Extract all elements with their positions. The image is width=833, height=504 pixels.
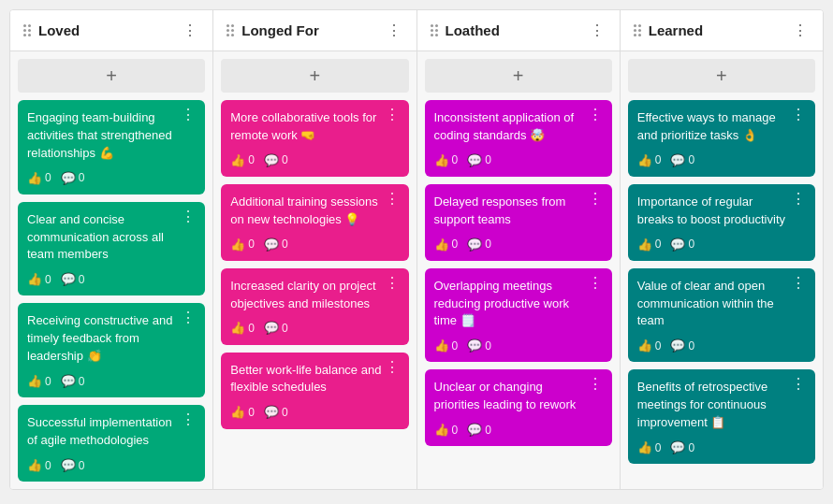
- card-learned-2: ⋮Importance of regular breaks to boost p…: [628, 184, 815, 261]
- card-menu-button-loved-2[interactable]: ⋮: [177, 208, 199, 226]
- card-menu-button-longed-4[interactable]: ⋮: [381, 358, 403, 377]
- add-card-button-longed[interactable]: +: [221, 59, 408, 93]
- card-learned-3: ⋮Value of clear and open communication w…: [628, 268, 815, 363]
- card-footer-loved-4: 👍0💬0: [27, 457, 196, 474]
- add-card-button-loved[interactable]: +: [18, 59, 205, 93]
- card-like-loathed-4[interactable]: 👍0: [434, 422, 459, 439]
- card-like-longed-1[interactable]: 👍0: [230, 152, 255, 169]
- card-like-learned-3[interactable]: 👍0: [637, 338, 662, 354]
- card-comment-longed-4[interactable]: 💬0: [264, 404, 288, 421]
- card-footer-loathed-1: 👍0💬0: [434, 152, 603, 169]
- like-count-loathed-3: 0: [452, 338, 459, 354]
- comment-icon: 💬: [61, 373, 76, 390]
- card-text-learned-3: Value of clear and open communication wi…: [637, 278, 806, 331]
- card-comment-learned-3[interactable]: 💬0: [670, 338, 694, 354]
- like-icon: 👍: [637, 338, 652, 354]
- card-menu-button-learned-3[interactable]: ⋮: [787, 274, 810, 293]
- add-card-button-learned[interactable]: +: [628, 59, 815, 93]
- card-menu-button-loathed-1[interactable]: ⋮: [584, 106, 606, 124]
- card-like-loathed-2[interactable]: 👍0: [434, 237, 459, 253]
- card-comment-longed-1[interactable]: 💬0: [264, 152, 288, 169]
- like-icon: 👍: [230, 320, 245, 337]
- card-comment-loathed-1[interactable]: 💬0: [467, 152, 491, 169]
- card-comment-learned-4[interactable]: 💬0: [670, 439, 694, 456]
- card-longed-3: ⋮Increased clarity on project objectives…: [221, 268, 408, 345]
- column-body-longed: +⋮More collaborative tools for remote wo…: [213, 51, 416, 489]
- like-icon: 👍: [27, 170, 42, 187]
- card-comment-longed-2[interactable]: 💬0: [264, 237, 288, 253]
- column-menu-button-learned[interactable]: ⋮: [789, 22, 811, 40]
- card-like-learned-4[interactable]: 👍0: [637, 439, 662, 456]
- card-menu-button-longed-1[interactable]: ⋮: [381, 106, 403, 124]
- card-longed-4: ⋮Better work-life balance and flexible s…: [221, 353, 408, 429]
- comment-count-longed-2: 0: [282, 237, 288, 252]
- card-menu-button-longed-3[interactable]: ⋮: [381, 274, 403, 293]
- card-comment-loved-3[interactable]: 💬0: [61, 373, 85, 390]
- card-like-learned-2[interactable]: 👍0: [637, 237, 662, 253]
- card-like-loved-1[interactable]: 👍0: [27, 170, 51, 187]
- like-icon: 👍: [230, 152, 245, 169]
- card-like-loved-3[interactable]: 👍0: [27, 373, 51, 390]
- card-like-loved-2[interactable]: 👍0: [27, 271, 51, 288]
- comment-count-loved-2: 0: [79, 272, 85, 288]
- like-icon: 👍: [27, 457, 42, 474]
- comment-count-loathed-4: 0: [485, 423, 491, 439]
- card-comment-loved-2[interactable]: 💬0: [61, 271, 85, 288]
- card-comment-learned-2[interactable]: 💬0: [670, 237, 694, 253]
- card-menu-button-loved-3[interactable]: ⋮: [177, 309, 199, 327]
- card-like-loathed-1[interactable]: 👍0: [434, 152, 459, 169]
- comment-count-longed-1: 0: [282, 152, 288, 168]
- comment-icon: 💬: [61, 271, 76, 288]
- comment-count-loved-3: 0: [79, 374, 85, 390]
- card-footer-loved-2: 👍0💬0: [27, 271, 196, 288]
- card-like-longed-3[interactable]: 👍0: [230, 320, 255, 337]
- card-menu-button-learned-4[interactable]: ⋮: [787, 375, 810, 394]
- card-comment-loved-1[interactable]: 💬0: [61, 170, 85, 187]
- card-like-longed-4[interactable]: 👍0: [230, 404, 255, 421]
- card-comment-loathed-4[interactable]: 💬0: [467, 422, 491, 439]
- card-menu-button-longed-2[interactable]: ⋮: [381, 190, 403, 209]
- card-text-loved-2: Clear and concise communication across a…: [27, 211, 196, 265]
- column-header-loved: Loved⋮: [10, 10, 212, 51]
- drag-handle-icon[interactable]: [429, 22, 440, 38]
- comment-count-longed-4: 0: [282, 405, 288, 421]
- like-count-learned-4: 0: [655, 440, 662, 456]
- comment-icon: 💬: [467, 152, 482, 169]
- card-menu-button-loved-4[interactable]: ⋮: [177, 410, 199, 429]
- card-comment-longed-3[interactable]: 💬0: [264, 320, 288, 337]
- column-title-loved: Loved: [38, 22, 173, 38]
- drag-handle-icon[interactable]: [225, 22, 236, 38]
- comment-count-loved-1: 0: [79, 170, 85, 186]
- card-menu-button-loved-1[interactable]: ⋮: [177, 106, 199, 124]
- card-loved-4: ⋮Successful implementation of agile meth…: [18, 405, 205, 482]
- card-comment-loathed-3[interactable]: 💬0: [467, 338, 491, 354]
- card-text-learned-2: Importance of regular breaks to boost pr…: [637, 194, 806, 229]
- card-menu-button-loathed-2[interactable]: ⋮: [584, 190, 606, 209]
- comment-count-learned-3: 0: [688, 338, 694, 354]
- drag-handle-icon[interactable]: [632, 22, 643, 38]
- card-like-loathed-3[interactable]: 👍0: [434, 338, 459, 354]
- column-body-loathed: +⋮Inconsistent application of coding sta…: [417, 51, 620, 489]
- comment-icon: 💬: [670, 338, 685, 354]
- column-menu-button-loathed[interactable]: ⋮: [586, 22, 608, 40]
- card-like-loved-4[interactable]: 👍0: [27, 457, 51, 474]
- card-menu-button-loathed-3[interactable]: ⋮: [584, 274, 606, 293]
- card-menu-button-learned-1[interactable]: ⋮: [787, 106, 810, 124]
- like-count-loved-2: 0: [45, 272, 51, 288]
- column-header-learned: Learned⋮: [621, 10, 823, 51]
- add-card-button-loathed[interactable]: +: [425, 59, 612, 93]
- card-footer-longed-3: 👍0💬0: [230, 320, 399, 337]
- card-menu-button-loathed-4[interactable]: ⋮: [584, 375, 606, 394]
- column-menu-button-longed[interactable]: ⋮: [383, 22, 405, 40]
- card-menu-button-learned-2[interactable]: ⋮: [787, 190, 810, 209]
- card-like-learned-1[interactable]: 👍0: [637, 152, 662, 169]
- card-comment-loathed-2[interactable]: 💬0: [467, 237, 491, 253]
- card-loathed-3: ⋮Overlapping meetings reducing productiv…: [425, 268, 612, 363]
- card-comment-loved-4[interactable]: 💬0: [61, 457, 85, 474]
- column-body-learned: +⋮Effective ways to manage and prioritiz…: [621, 51, 823, 489]
- like-count-learned-2: 0: [655, 237, 662, 252]
- card-comment-learned-1[interactable]: 💬0: [670, 152, 694, 169]
- card-like-longed-2[interactable]: 👍0: [230, 237, 255, 253]
- drag-handle-icon[interactable]: [22, 22, 33, 38]
- column-menu-button-loved[interactable]: ⋮: [179, 22, 201, 40]
